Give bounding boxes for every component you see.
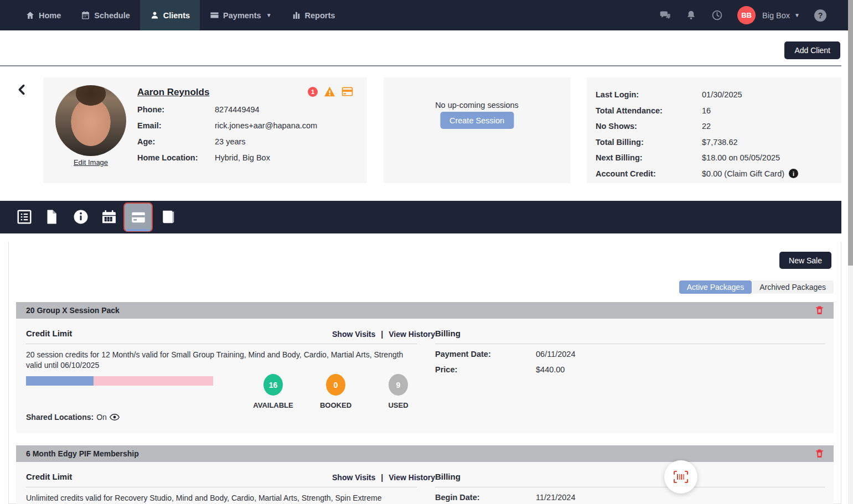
field-row: Phone:8274449494 xyxy=(137,105,317,121)
no-sessions-message: No up-coming sessions xyxy=(384,101,570,110)
warning-icon[interactable] xyxy=(324,86,335,97)
package-description: Unlimited credits valid for Recovery Stu… xyxy=(26,493,381,503)
nav-item-label: Payments xyxy=(223,11,261,20)
counter-value: 0 xyxy=(326,374,345,396)
stat-label: No Shows: xyxy=(596,122,702,131)
billing-label: Begin Date: xyxy=(435,493,536,504)
payment-tab-icon xyxy=(131,210,146,225)
client-photo xyxy=(55,85,126,156)
stat-label: Total Attendance: xyxy=(596,106,702,115)
payment-card-icon[interactable] xyxy=(342,87,353,96)
progress-used-segment xyxy=(26,376,94,386)
counter-booked: 0 BOOKED xyxy=(304,374,367,409)
new-sale-button[interactable]: New Sale xyxy=(779,252,831,269)
link-divider: | xyxy=(381,473,383,482)
show-visits-link[interactable]: Show Visits xyxy=(332,330,375,339)
shared-locations-value: On xyxy=(96,413,107,422)
stat-row: Last Login:01/30/2025 xyxy=(596,87,833,103)
avatar-initials: BB xyxy=(741,11,752,19)
credit-card-icon xyxy=(210,11,219,20)
package-header: 6 Month Edgy PIF Membership xyxy=(16,445,834,462)
stat-value: $0.00 (Claim Gift Card) xyxy=(702,169,784,178)
tab-archived-packages[interactable]: Archived Packages xyxy=(752,280,834,294)
create-session-button[interactable]: Create Session xyxy=(440,112,514,129)
nav-item-clients[interactable]: Clients xyxy=(140,0,200,30)
nav-item-payments[interactable]: Payments ▼ xyxy=(200,0,281,30)
show-visits-link[interactable]: Show Visits xyxy=(332,473,375,482)
add-client-button[interactable]: Add Client xyxy=(784,41,840,59)
nav-item-home[interactable]: Home xyxy=(15,0,71,30)
counter-used: 9 USED xyxy=(367,374,430,409)
billing-value: $440.00 xyxy=(536,365,565,381)
account-menu[interactable]: Big Box ▼ xyxy=(762,11,800,20)
person-icon xyxy=(150,11,159,20)
nav-item-label: Reports xyxy=(305,11,335,20)
alert-count-badge[interactable]: 1 xyxy=(308,87,318,97)
calendar-tab-icon[interactable] xyxy=(101,209,117,225)
package-links: Show Visits | View History xyxy=(332,330,435,339)
package-card: 20 Group X Session Pack Credit Limit Sho… xyxy=(16,302,834,433)
package-header: 20 Group X Session Pack xyxy=(16,302,834,319)
list-tab-icon[interactable] xyxy=(16,209,33,225)
document-tab-icon[interactable] xyxy=(43,209,60,225)
billing-title: Billing xyxy=(435,329,461,338)
delete-package-icon[interactable] xyxy=(815,305,824,315)
edit-image-link[interactable]: Edit Image xyxy=(55,158,126,167)
client-fields: Phone:8274449494 Email:rick.jones+aar@ha… xyxy=(137,105,317,169)
info-icon[interactable]: i xyxy=(789,169,798,178)
view-history-link[interactable]: View History xyxy=(389,330,435,339)
view-history-link[interactable]: View History xyxy=(389,473,435,482)
stat-row: No Shows:22 xyxy=(596,118,833,134)
bar-chart-icon xyxy=(292,11,301,20)
field-label: Email: xyxy=(137,121,215,130)
divider xyxy=(435,344,825,344)
billing-label: Payment Date: xyxy=(435,350,536,365)
stat-value: 16 xyxy=(702,106,711,115)
field-value: rick.jones+aar@hapana.com xyxy=(215,121,317,130)
upcoming-sessions-card: No up-coming sessions Create Session xyxy=(384,77,570,183)
billing-row: Begin Date:11/21/2024 xyxy=(435,493,576,504)
active-tab-indicator xyxy=(126,229,150,231)
home-icon xyxy=(25,11,35,20)
billing-row: Price:$440.00 xyxy=(435,365,576,381)
account-name: Big Box xyxy=(762,11,790,20)
stat-label: Last Login: xyxy=(596,90,702,99)
stat-label: Next Billing: xyxy=(596,153,702,162)
stat-row: Total Attendance:16 xyxy=(596,103,833,119)
payment-tab-active[interactable] xyxy=(123,202,153,232)
page: Home Schedule Clients Payments ▼ Reports xyxy=(0,0,853,504)
payment-panel: New Sale Active Packages Archived Packag… xyxy=(8,242,841,504)
shared-locations-label: Shared Locations: xyxy=(26,413,94,422)
client-tabs-toolbar xyxy=(0,201,841,233)
nav-item-reports[interactable]: Reports xyxy=(282,0,345,30)
package-body: Credit Limit Show Visits | View History … xyxy=(16,319,834,433)
chevron-down-icon: ▼ xyxy=(266,12,272,18)
help-icon[interactable]: ? xyxy=(814,9,826,22)
eye-icon[interactable] xyxy=(110,413,120,421)
stat-value: $7,738.62 xyxy=(702,138,738,147)
scrollbar-thumb[interactable] xyxy=(848,0,853,266)
avatar[interactable]: BB xyxy=(737,6,756,24)
progress-remaining-segment xyxy=(94,376,213,386)
field-label: Age: xyxy=(137,137,215,146)
chat-icon[interactable] xyxy=(659,9,671,21)
scrollbar[interactable] xyxy=(848,0,853,504)
info-tab-icon[interactable] xyxy=(73,209,89,225)
stat-value: $18.00 on 05/05/2025 xyxy=(702,153,780,162)
package-links: Show Visits | View History xyxy=(332,473,435,482)
nav-item-label: Schedule xyxy=(94,11,130,20)
nav-item-schedule[interactable]: Schedule xyxy=(71,0,139,30)
counter-value: 9 xyxy=(389,374,408,396)
client-profile-card: Edit Image Aaron Reynolds Phone:82744494… xyxy=(43,77,367,183)
chevron-left-icon[interactable] xyxy=(15,83,28,96)
tab-active-packages[interactable]: Active Packages xyxy=(679,280,752,294)
stat-label: Account Credit: xyxy=(596,169,702,178)
delete-package-icon[interactable] xyxy=(815,449,824,459)
barcode-scan-fab[interactable] xyxy=(664,460,697,493)
client-name-link[interactable]: Aaron Reynolds xyxy=(137,87,209,98)
nav-item-label: Home xyxy=(39,11,61,20)
stat-row: Next Billing:$18.00 on 05/05/2025 xyxy=(596,150,833,166)
bell-icon[interactable] xyxy=(685,9,697,21)
clock-icon[interactable] xyxy=(711,9,723,21)
notebook-tab-icon[interactable] xyxy=(159,209,176,225)
